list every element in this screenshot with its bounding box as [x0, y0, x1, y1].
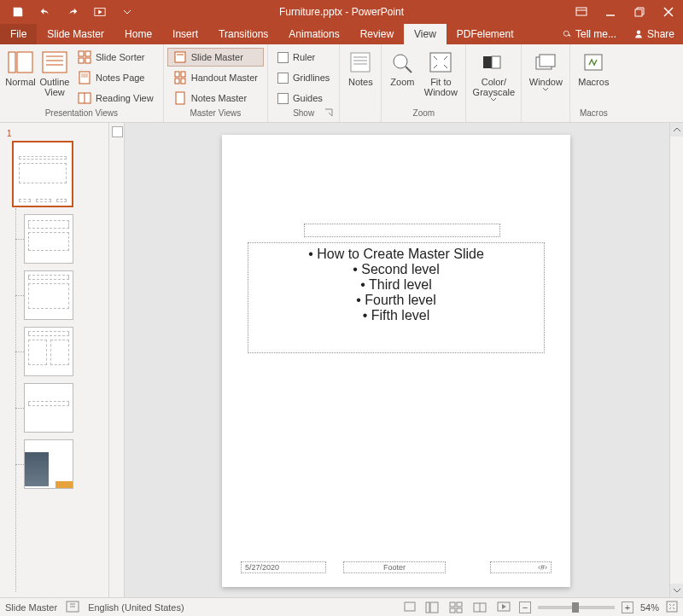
- svg-rect-23: [175, 52, 185, 62]
- group-show: Ruler Gridlines Guides Show: [268, 44, 340, 122]
- slide-canvas-area[interactable]: How to Create Master Slide Second level …: [125, 123, 683, 597]
- layout-thumbnail[interactable]: [24, 270, 73, 320]
- group-window: Window: [522, 44, 570, 122]
- svg-rect-40: [540, 55, 555, 67]
- zoom-slider-thumb[interactable]: [572, 602, 579, 613]
- title-placeholder[interactable]: [304, 224, 500, 237]
- svg-rect-25: [175, 72, 179, 77]
- date-placeholder[interactable]: 5/27/2020: [241, 561, 326, 573]
- start-from-beginning-icon[interactable]: [89, 3, 111, 21]
- tab-transitions[interactable]: Transitions: [208, 24, 278, 44]
- scroll-up-icon[interactable]: [670, 123, 683, 137]
- vertical-scrollbar[interactable]: [669, 123, 683, 597]
- footer-placeholder[interactable]: Footer: [343, 561, 446, 573]
- slide-master-canvas[interactable]: How to Create Master Slide Second level …: [222, 135, 570, 587]
- minimize-icon[interactable]: [596, 0, 625, 24]
- tab-view[interactable]: View: [404, 24, 447, 44]
- svg-rect-49: [457, 602, 462, 607]
- slide-sorter-status-icon[interactable]: [447, 601, 464, 614]
- svg-rect-9: [9, 52, 15, 73]
- ribbon: Normal Outline View Slide Sorter Notes P…: [0, 44, 683, 123]
- svg-rect-18: [85, 58, 90, 63]
- undo-icon[interactable]: [34, 3, 56, 21]
- notes-icon: [347, 49, 374, 75]
- color-grayscale-button[interactable]: Color/ Grayscale: [470, 46, 517, 102]
- master-thumbnail[interactable]: [12, 141, 73, 207]
- layout-thumbnail[interactable]: [24, 327, 73, 376]
- tab-insert[interactable]: Insert: [162, 24, 208, 44]
- reading-view-status-icon[interactable]: [471, 601, 488, 614]
- tab-animations[interactable]: Animations: [278, 24, 349, 44]
- svg-rect-55: [667, 601, 677, 612]
- gridlines-checkbox[interactable]: Gridlines: [271, 68, 336, 87]
- tell-me-search[interactable]: Tell me...: [553, 24, 625, 44]
- window-button[interactable]: Window: [525, 46, 566, 92]
- zoom-button[interactable]: Zoom: [385, 46, 419, 87]
- normal-view-status-icon[interactable]: [423, 601, 441, 614]
- spell-check-icon[interactable]: [66, 601, 79, 614]
- scroll-down-icon[interactable]: [670, 584, 683, 597]
- qat-customize-icon[interactable]: [116, 3, 138, 21]
- checkbox-icon: [277, 52, 289, 63]
- chevron-down-icon: [490, 97, 497, 102]
- reading-view-button[interactable]: Reading View: [72, 89, 160, 108]
- svg-rect-45: [405, 602, 415, 611]
- color-grayscale-icon: [480, 49, 507, 75]
- svg-rect-36: [430, 53, 451, 72]
- notes-toggle-icon[interactable]: [403, 601, 417, 614]
- checkbox-icon: [277, 93, 289, 104]
- notes-master-button[interactable]: Notes Master: [167, 89, 264, 108]
- checkbox-icon: [277, 73, 289, 84]
- slide-master-button[interactable]: Slide Master: [167, 48, 264, 67]
- fit-to-window-status-icon[interactable]: [666, 601, 678, 614]
- normal-view-button[interactable]: Normal: [3, 46, 38, 87]
- tab-review[interactable]: Review: [350, 24, 404, 44]
- close-icon[interactable]: [654, 0, 683, 24]
- show-dialog-launcher[interactable]: [324, 108, 334, 119]
- svg-rect-48: [450, 602, 455, 607]
- group-macros: Macros Macros: [570, 44, 616, 122]
- notes-page-button[interactable]: Notes Page: [72, 68, 160, 87]
- group-master-views: Slide Master Handout Master Notes Master…: [164, 44, 268, 122]
- tab-home[interactable]: Home: [114, 24, 162, 44]
- ruler-checkbox[interactable]: Ruler: [271, 48, 336, 67]
- guides-checkbox[interactable]: Guides: [271, 89, 336, 108]
- zoom-slider[interactable]: [538, 606, 615, 609]
- zoom-in-button[interactable]: +: [622, 601, 633, 613]
- content-placeholder[interactable]: How to Create Master Slide Second level …: [248, 242, 545, 353]
- filename: Furniture.pptx: [279, 6, 342, 18]
- slide-sorter-button[interactable]: Slide Sorter: [72, 48, 160, 67]
- handout-master-button[interactable]: Handout Master: [167, 68, 264, 87]
- tab-slide-master[interactable]: Slide Master: [37, 24, 114, 44]
- ribbon-display-options-icon[interactable]: [567, 0, 596, 24]
- normal-view-icon: [7, 49, 34, 75]
- group-presentation-views: Normal Outline View Slide Sorter Notes P…: [0, 44, 164, 122]
- fit-to-window-button[interactable]: Fit to Window: [419, 46, 462, 97]
- svg-point-34: [394, 55, 407, 68]
- save-icon[interactable]: [7, 3, 29, 21]
- zoom-out-button[interactable]: −: [519, 601, 531, 613]
- notes-button[interactable]: Notes: [343, 46, 377, 87]
- svg-rect-29: [176, 92, 184, 104]
- thumbnail-pane[interactable]: 1: [0, 123, 109, 597]
- tab-pdfelement[interactable]: PDFelement: [447, 24, 524, 44]
- redo-icon[interactable]: [61, 3, 84, 21]
- zoom-level[interactable]: 54%: [640, 602, 659, 613]
- svg-rect-38: [492, 56, 500, 68]
- slide-number-placeholder[interactable]: ‹#›: [490, 561, 552, 573]
- bullet-level-4: Fourth level: [257, 293, 535, 308]
- layout-thumbnail[interactable]: [24, 383, 73, 433]
- tab-file[interactable]: File: [0, 24, 37, 44]
- layout-thumbnail[interactable]: [24, 439, 73, 489]
- outline-view-button[interactable]: Outline View: [38, 46, 72, 97]
- svg-rect-10: [17, 52, 32, 73]
- layout-thumbnail[interactable]: [24, 214, 73, 264]
- quick-access-toolbar: [0, 3, 138, 21]
- bullet-level-3: Third level: [257, 277, 535, 293]
- macros-button[interactable]: Macros: [574, 46, 613, 87]
- svg-rect-28: [181, 78, 185, 84]
- share-button[interactable]: Share: [625, 24, 683, 44]
- restore-icon[interactable]: [625, 0, 654, 24]
- slideshow-status-icon[interactable]: [495, 601, 512, 614]
- status-language[interactable]: English (United States): [88, 602, 184, 613]
